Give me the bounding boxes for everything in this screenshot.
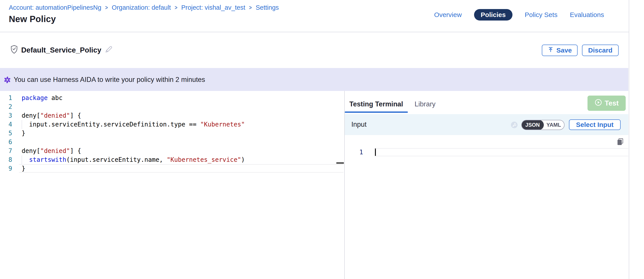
line-number: 8 [0,156,12,164]
code-text: deny["denied"] { [22,146,81,156]
code-line[interactable]: 6 [0,138,344,146]
indent-guide [22,120,22,129]
aida-flower-icon [4,76,11,84]
tab-policies[interactable]: Policies [474,9,512,20]
code-text: } [22,129,26,138]
code-line[interactable]: 4 input.serviceEntity.serviceDefinition.… [0,120,344,129]
code-lines: 1package abc23deny["denied"] {4 input.se… [0,94,344,173]
breadcrumb-item[interactable]: Account: automationPipelinesNg [9,4,101,11]
tab-testing-terminal[interactable]: Testing Terminal [349,100,403,108]
code-line[interactable]: 9} [0,164,344,173]
line-number: 6 [0,138,12,146]
input-current-line-highlight[interactable] [374,148,628,156]
terminal-tabs: Testing Terminal Library [349,100,436,108]
breadcrumb-chevron-icon: > [174,4,177,11]
code-line[interactable]: 5} [0,129,344,138]
format-option-yaml[interactable]: YAML [543,120,564,130]
input-line-number: 1 [345,148,363,157]
line-number: 7 [0,146,12,156]
tab-library[interactable]: Library [414,100,436,108]
code-line[interactable]: 7deny["denied"] { [0,146,344,156]
code-line[interactable]: 1package abc [0,94,344,102]
code-text: deny["denied"] { [22,111,81,120]
breadcrumb-chevron-icon: > [249,4,252,11]
line-number: 2 [0,102,12,111]
active-tab-underline [345,112,408,113]
breadcrumb-item[interactable]: Organization: default [112,4,171,11]
code-line[interactable]: 2 [0,102,344,111]
code-text: package abc [22,94,62,102]
line-number: 9 [0,164,12,173]
line-number: 1 [0,94,12,102]
policy-code-editor[interactable]: 1package abc23deny["denied"] {4 input.se… [0,91,344,279]
page-title: New Policy [9,14,56,24]
page-header: Account: automationPipelinesNg>Organizat… [0,0,629,32]
line-number: 5 [0,129,12,138]
discard-button[interactable]: Discard [582,44,618,56]
edit-name-icon[interactable] [104,45,113,54]
format-toggle: JSON YAML [521,120,564,130]
module-tabs: OverviewPoliciesPolicy SetsEvaluations [434,9,604,20]
test-button[interactable]: Test [588,96,626,111]
code-line[interactable]: 8 startswith(input.serviceEntity.name, "… [0,156,344,164]
line-number: 4 [0,120,12,129]
breadcrumb-chevron-icon: > [105,4,108,11]
aida-banner: You can use Harness AIDA to write your p… [0,68,628,91]
save-button[interactable]: Save [542,44,578,56]
input-label: Input [351,120,366,128]
code-line[interactable]: 3deny["denied"] { [0,111,344,120]
code-text: input.serviceEntity.serviceDefinition.ty… [22,120,245,129]
branch-diff-icon [511,122,518,128]
format-option-json[interactable]: JSON [521,120,544,130]
tab-evaluations[interactable]: Evaluations [570,11,604,18]
breadcrumb-item[interactable]: Settings [256,4,279,11]
banner-message: You can use Harness AIDA to write your p… [14,76,205,84]
tab-policy-sets[interactable]: Policy Sets [525,11,558,18]
upload-icon [548,46,554,54]
tab-overview[interactable]: Overview [434,11,462,18]
select-input-button[interactable]: Select Input [569,120,620,130]
code-text: startswith(input.serviceEntity.name, "Ku… [22,156,245,164]
window-right-border [629,0,629,279]
policy-name: Default_Service_Policy [21,46,101,54]
code-text: } [22,164,26,173]
breadcrumb-item[interactable]: Project: vishal_av_test [181,4,245,11]
text-cursor [375,148,376,156]
copy-icon[interactable] [616,138,624,147]
line-number: 3 [0,111,12,120]
policy-shield-icon [10,45,18,55]
overview-ruler-cursor-mark [336,162,344,164]
breadcrumb: Account: automationPipelinesNg>Organizat… [9,4,279,11]
play-icon [594,99,602,108]
indent-guide [22,156,22,164]
testing-terminal-panel: Testing Terminal Library Test Input JSON… [345,91,628,279]
